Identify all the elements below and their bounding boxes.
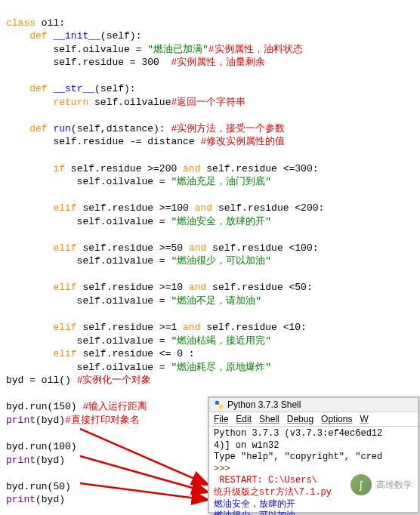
shell-path: 统升级版之str方法\7.1.py — [214, 487, 332, 498]
shell-text: Type "help", "copyright", "cred — [214, 452, 382, 462]
code-text: self.residue -= distance — [6, 136, 200, 147]
code-text: self.oilvalue = — [6, 335, 171, 347]
method-name: __init__ — [53, 30, 100, 42]
shell-restart: RESTART: C:\Users\ — [214, 475, 317, 486]
menu-file[interactable]: File — [214, 414, 228, 424]
string-literal: "燃油枯竭，接近用完" — [171, 335, 271, 347]
code-text: self.residue <= 0 : — [82, 348, 194, 359]
comment: #实例方法，接受一个参数 — [171, 123, 285, 134]
keyword: and — [189, 242, 212, 254]
comment: #返回一个字符串 — [171, 97, 246, 108]
code-text: self.residue >=200 — [71, 163, 183, 174]
signature: (self,distance): — [71, 123, 171, 134]
code-text: self.oilvalue = — [6, 216, 171, 227]
code-text: self.residue <200: — [218, 202, 324, 214]
svg-rect-5 — [219, 405, 223, 409]
python-shell-window[interactable]: Python 3.7.3 Shell File Edit Shell Debug… — [208, 396, 419, 513]
code-text: byd = oil() — [6, 375, 77, 386]
menu-edit[interactable]: Edit — [236, 414, 252, 424]
shell-output[interactable]: Python 3.7.3 (v3.7.3:ef4ec6ed12 4)] on w… — [209, 427, 418, 515]
string-literal: "燃油耗尽，原地爆炸" — [171, 362, 271, 373]
shell-prompt: >>> — [214, 464, 236, 474]
builtin-fn: print — [6, 415, 36, 426]
builtin-fn: print — [6, 455, 36, 466]
watermark: ∫ 高维数学 — [351, 474, 412, 495]
shell-menubar: File Edit Shell Debug Options W — [209, 412, 418, 427]
code-text: self.residue >=10 — [82, 282, 188, 293]
comment: #实例化一个对象 — [77, 375, 152, 386]
keyword: and — [195, 202, 218, 214]
keyword: and — [183, 322, 206, 333]
keyword: and — [189, 282, 212, 293]
string-literal: "燃油安全，放肆的开" — [171, 216, 271, 227]
code-text: self.oilvalue = — [6, 176, 171, 187]
code-text: (byd) — [36, 415, 65, 426]
watermark-text: 高维数学 — [376, 479, 412, 492]
comment: #实例属性，油量剩余 — [171, 57, 265, 68]
menu-shell[interactable]: Shell — [259, 414, 279, 424]
shell-text: Python 3.7.3 (v3.7.3:ef4ec6ed12 — [214, 428, 382, 439]
method-name: run — [53, 123, 70, 134]
code-text: self.oilvalue = — [6, 44, 147, 55]
keyword: def — [29, 30, 53, 42]
code-text: (byd) — [36, 494, 65, 505]
keyword: elif — [53, 242, 82, 254]
keyword: class — [6, 17, 42, 29]
shell-text: 4)] on win32 — [214, 440, 279, 451]
comment: #修改实例属性的值 — [200, 136, 285, 147]
menu-window[interactable]: W — [360, 414, 368, 424]
class-name: oil: — [42, 17, 65, 29]
python-icon — [214, 399, 224, 410]
shell-out-1: 燃油安全，放肆的开 — [214, 499, 295, 510]
keyword: elif — [53, 322, 82, 333]
keyword: def — [29, 123, 53, 134]
code-text: self.residue <50: — [212, 282, 313, 293]
code-text: self.oilvalue — [94, 97, 171, 108]
code-text: self.oilvalue = — [6, 255, 171, 267]
string-literal: "燃油充足，油门到底" — [171, 176, 271, 187]
shell-titlebar[interactable]: Python 3.7.3 Shell — [209, 398, 418, 412]
keyword: if — [53, 163, 70, 174]
signature: (self): — [100, 30, 142, 42]
code-text: self.residue <100: — [212, 242, 318, 254]
code-text: self.residue >=50 — [82, 242, 188, 254]
watermark-icon: ∫ — [351, 474, 372, 495]
code-text: self.residue <=300: — [206, 163, 318, 174]
code-text: self.residue >=1 — [82, 322, 183, 333]
comment: #实例属性，油料状态 — [208, 44, 303, 55]
string-literal: "燃油很少，可以加油" — [171, 255, 271, 267]
keyword: elif — [53, 348, 82, 359]
string-literal: "燃油已加满" — [147, 44, 208, 55]
code-text: self.oilvalue = — [6, 362, 171, 373]
builtin-fn: print — [6, 494, 36, 505]
string-literal: "燃油不足，请加油" — [171, 295, 261, 307]
code-text: byd.run(50) — [6, 481, 71, 492]
keyword: return — [53, 97, 94, 108]
method-name: __str__ — [53, 83, 94, 94]
menu-debug[interactable]: Debug — [287, 414, 313, 424]
keyword: elif — [53, 282, 82, 293]
code-text: byd.run(150) — [6, 401, 82, 412]
shell-out-2: 燃油很少，可以加油 — [214, 510, 295, 515]
code-text: self.residue <10: — [206, 322, 307, 333]
code-text: self.residue >=100 — [82, 202, 194, 214]
keyword: and — [183, 163, 206, 174]
keyword: elif — [53, 202, 82, 214]
comment: #直接打印对象名 — [65, 415, 140, 426]
comment: #输入运行距离 — [82, 401, 147, 412]
shell-title-text: Python 3.7.3 Shell — [227, 399, 301, 410]
keyword: def — [29, 83, 53, 94]
menu-options[interactable]: Options — [321, 414, 352, 424]
code-text: byd.run(100) — [6, 441, 77, 452]
code-text: self.oilvalue = — [6, 295, 171, 307]
signature: (self): — [94, 83, 136, 94]
svg-rect-4 — [215, 401, 219, 405]
code-text: self.residue = 300 — [6, 57, 171, 68]
code-text: (byd) — [36, 455, 65, 466]
